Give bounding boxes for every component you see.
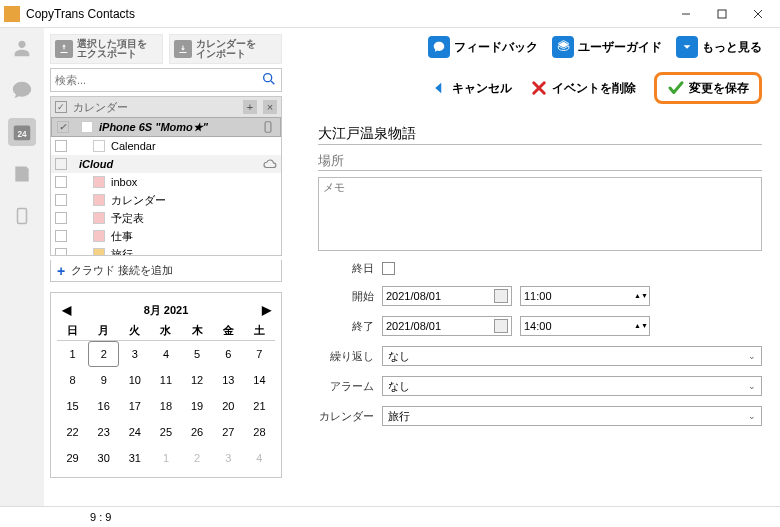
cal-day[interactable]: 9 (88, 367, 119, 393)
cal-day[interactable]: 11 (150, 367, 181, 393)
tree-row[interactable]: Calendar (51, 137, 281, 155)
cal-day[interactable]: 30 (88, 445, 119, 471)
tree-row[interactable]: 旅行 (51, 245, 281, 256)
svg-rect-0 (718, 10, 726, 18)
date-picker-icon[interactable] (494, 319, 508, 333)
cal-day[interactable]: 1 (57, 341, 88, 367)
row-checkbox[interactable] (55, 194, 67, 206)
userguide-button[interactable]: ユーザーガイド (552, 36, 662, 58)
cal-day[interactable]: 23 (88, 419, 119, 445)
event-memo-input[interactable] (318, 177, 762, 251)
guide-icon (552, 36, 574, 58)
tree-row[interactable]: iCloud (51, 155, 281, 173)
nav-contacts-icon[interactable] (8, 34, 36, 62)
cal-dow: 木 (182, 321, 213, 341)
cal-day[interactable]: 20 (213, 393, 244, 419)
cal-day[interactable]: 2 (182, 445, 213, 471)
search-icon[interactable] (261, 71, 277, 89)
cal-day[interactable]: 3 (119, 341, 150, 367)
cal-day[interactable]: 28 (244, 419, 275, 445)
close-button[interactable] (740, 1, 776, 27)
row-checkbox[interactable] (55, 212, 67, 224)
add-calendar-button[interactable]: + (243, 100, 257, 114)
tree-row[interactable]: 仕事 (51, 227, 281, 245)
cal-day[interactable]: 25 (150, 419, 181, 445)
cal-day[interactable]: 2 (88, 341, 119, 367)
event-location-input[interactable] (318, 151, 762, 171)
cal-day[interactable]: 22 (57, 419, 88, 445)
color-chip (93, 194, 105, 206)
cal-dow: 月 (88, 321, 119, 341)
date-picker-icon[interactable] (494, 289, 508, 303)
export-button[interactable]: 選択した項目を エクスポート (50, 34, 163, 64)
cal-next-button[interactable]: ▶ (257, 303, 275, 317)
delete-event-button[interactable]: イベントを削除 (530, 79, 636, 97)
cal-day[interactable]: 10 (119, 367, 150, 393)
start-date-input[interactable]: 2021/08/01 (382, 286, 512, 306)
cal-prev-button[interactable]: ◀ (57, 303, 75, 317)
calendar-select[interactable]: 旅行⌄ (382, 406, 762, 426)
repeat-select[interactable]: なし⌄ (382, 346, 762, 366)
spinner-icon[interactable]: ▲▼ (634, 323, 646, 329)
feedback-button[interactable]: フィードバック (428, 36, 538, 58)
cal-day[interactable]: 16 (88, 393, 119, 419)
cal-day[interactable]: 14 (244, 367, 275, 393)
cal-day[interactable]: 7 (244, 341, 275, 367)
add-cloud-button[interactable]: + クラウド 接続を追加 (50, 260, 282, 282)
row-checkbox[interactable] (55, 140, 67, 152)
minimize-button[interactable] (668, 1, 704, 27)
row-checkbox[interactable] (55, 248, 67, 256)
row-checkbox[interactable] (55, 158, 67, 170)
cal-day[interactable]: 18 (150, 393, 181, 419)
cal-day[interactable]: 17 (119, 393, 150, 419)
row-checkbox[interactable] (55, 176, 67, 188)
more-button[interactable]: もっと見る (676, 36, 762, 58)
svg-text:24: 24 (17, 130, 27, 139)
alarm-label: アラーム (318, 379, 374, 394)
tree-row[interactable]: ✓iPhone 6S "Momo★" (51, 117, 281, 137)
end-time-input[interactable]: 14:00▲▼ (520, 316, 650, 336)
cal-day[interactable]: 13 (213, 367, 244, 393)
tree-row[interactable]: カレンダー (51, 191, 281, 209)
cal-day[interactable]: 4 (150, 341, 181, 367)
cancel-button[interactable]: キャンセル (430, 79, 512, 97)
alarm-select[interactable]: なし⌄ (382, 376, 762, 396)
import-button[interactable]: カレンダーを インポート (169, 34, 282, 64)
nav-notes-icon[interactable] (8, 160, 36, 188)
cal-day[interactable]: 1 (150, 445, 181, 471)
cal-day[interactable]: 12 (182, 367, 213, 393)
cal-day[interactable]: 6 (213, 341, 244, 367)
tree-row[interactable]: inbox (51, 173, 281, 191)
cal-day[interactable]: 3 (213, 445, 244, 471)
cal-day[interactable]: 4 (244, 445, 275, 471)
cal-dow: 日 (57, 321, 88, 341)
maximize-button[interactable] (704, 1, 740, 27)
tree-header-checkbox[interactable]: ✓ (55, 101, 67, 113)
color-chip (93, 176, 105, 188)
allday-checkbox[interactable] (382, 262, 395, 275)
nav-messages-icon[interactable] (8, 76, 36, 104)
cal-day[interactable]: 27 (213, 419, 244, 445)
cal-day[interactable]: 5 (182, 341, 213, 367)
cal-day[interactable]: 15 (57, 393, 88, 419)
remove-calendar-button[interactable]: × (263, 100, 277, 114)
spinner-icon[interactable]: ▲▼ (634, 293, 646, 299)
nav-calendar-icon[interactable]: 24 (8, 118, 36, 146)
end-date-input[interactable]: 2021/08/01 (382, 316, 512, 336)
cal-day[interactable]: 24 (119, 419, 150, 445)
tree-row[interactable]: 予定表 (51, 209, 281, 227)
cal-day[interactable]: 29 (57, 445, 88, 471)
nav-device-icon[interactable] (8, 202, 36, 230)
row-checkbox[interactable]: ✓ (57, 121, 69, 133)
cal-day[interactable]: 19 (182, 393, 213, 419)
cal-day[interactable]: 26 (182, 419, 213, 445)
search-box[interactable] (50, 68, 282, 92)
start-time-input[interactable]: 11:00▲▼ (520, 286, 650, 306)
cal-day[interactable]: 21 (244, 393, 275, 419)
cal-day[interactable]: 31 (119, 445, 150, 471)
cal-day[interactable]: 8 (57, 367, 88, 393)
event-title-input[interactable] (318, 124, 762, 145)
save-button[interactable]: 変更を保存 (654, 72, 762, 104)
row-checkbox[interactable] (55, 230, 67, 242)
search-input[interactable] (55, 74, 261, 86)
